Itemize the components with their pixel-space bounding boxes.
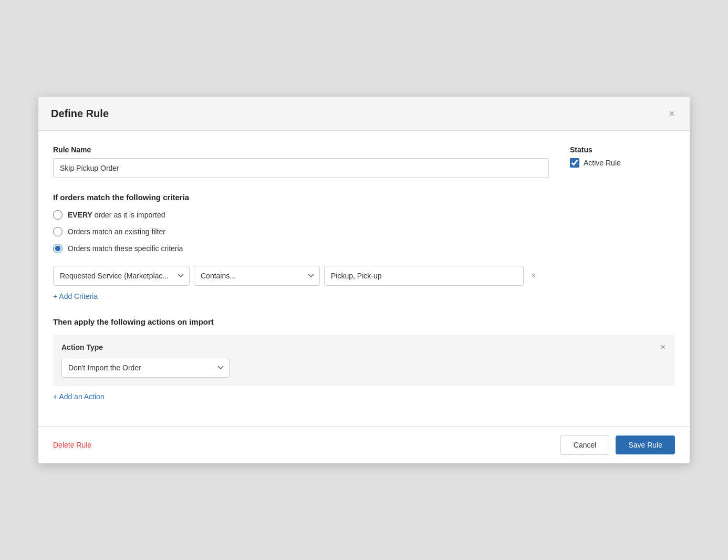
actions-section-title: Then apply the following actions on impo… <box>53 317 675 326</box>
radio-existing-label[interactable]: Orders match an existing filter <box>68 227 165 236</box>
criteria-radio-group: EVERY order as it is imported Orders mat… <box>53 210 675 253</box>
radio-existing[interactable] <box>53 227 63 236</box>
remove-criteria-button[interactable]: × <box>528 269 539 282</box>
dialog-header: Define Rule × <box>38 97 690 131</box>
save-rule-button[interactable]: Save Rule <box>616 435 675 454</box>
radio-every-rest: order as it is imported <box>92 211 165 219</box>
dialog-title: Define Rule <box>51 108 109 120</box>
actions-section: Then apply the following actions on impo… <box>53 317 675 416</box>
radio-specific[interactable] <box>53 244 63 253</box>
radio-specific-row: Orders match these specific criteria <box>53 244 675 253</box>
rule-name-label: Rule Name <box>53 146 549 154</box>
radio-every-label[interactable]: EVERY order as it is imported <box>68 211 165 219</box>
action-card-title: Action Type <box>61 343 667 351</box>
criteria-field-select[interactable]: Requested Service (Marketplac... <box>53 266 190 286</box>
remove-action-button[interactable]: × <box>658 341 669 354</box>
cancel-button[interactable]: Cancel <box>560 435 610 455</box>
criteria-filter-row: Requested Service (Marketplac... Contain… <box>53 266 675 286</box>
active-rule-checkbox[interactable] <box>570 158 579 168</box>
active-rule-label: Active Rule <box>584 159 621 167</box>
action-card: Action Type × Don't Import the Order App… <box>53 335 675 386</box>
radio-every[interactable] <box>53 210 63 220</box>
criteria-section: If orders match the following criteria E… <box>53 193 675 315</box>
radio-specific-label[interactable]: Orders match these specific criteria <box>68 244 183 253</box>
criteria-operator-select[interactable]: Contains... <box>194 266 320 286</box>
dialog-body: Rule Name Status Active Rule If orders m… <box>38 131 690 426</box>
radio-existing-row: Orders match an existing filter <box>53 227 675 236</box>
action-type-select[interactable]: Don't Import the Order Apply a Tag Set a… <box>61 358 230 378</box>
status-label: Status <box>570 146 675 154</box>
rule-name-input[interactable] <box>53 158 549 178</box>
status-group: Status Active Rule <box>570 146 675 168</box>
criteria-section-title: If orders match the following criteria <box>53 193 675 202</box>
close-button[interactable]: × <box>667 106 677 121</box>
rule-name-group: Rule Name <box>53 146 549 178</box>
rule-name-status-row: Rule Name Status Active Rule <box>53 146 675 178</box>
criteria-value-input[interactable] <box>324 266 524 286</box>
define-rule-dialog: Define Rule × Rule Name Status Active Ru… <box>38 97 690 463</box>
add-criteria-button[interactable]: + Add Criteria <box>53 292 98 300</box>
footer-actions: Cancel Save Rule <box>560 435 675 455</box>
radio-every-row: EVERY order as it is imported <box>53 210 675 220</box>
delete-rule-button[interactable]: Delete Rule <box>53 441 91 449</box>
active-rule-row: Active Rule <box>570 158 675 168</box>
radio-every-bold: EVERY <box>68 211 92 219</box>
add-action-button[interactable]: + Add an Action <box>53 392 105 401</box>
dialog-footer: Delete Rule Cancel Save Rule <box>38 426 690 463</box>
